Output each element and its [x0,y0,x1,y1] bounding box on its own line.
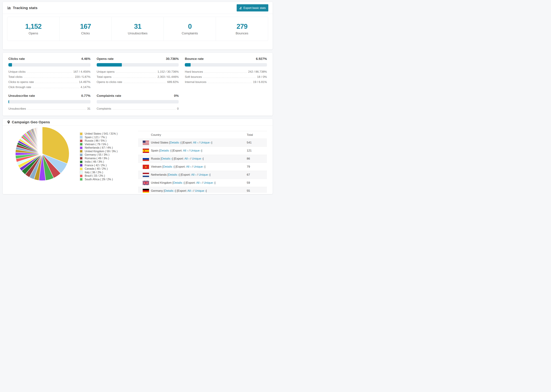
export-all-link[interactable]: All › [196,181,201,184]
legend-label: Vietnam ( 79 / 5% ) [85,143,108,146]
export-unique-link[interactable]: Unique › [195,189,206,192]
rate-metric-value: 1,152 / 30.736% [158,70,179,73]
legend-swatch [80,150,83,153]
rate-value: 6.927% [256,57,267,61]
export-unique-link[interactable]: Unique › [200,141,211,144]
legend-item: South Africa ( 29 / 2% ) [80,178,131,181]
country-total: 67 [247,173,267,176]
country-total: 79 [247,165,267,168]
tracking-stats-title: Tracking stats [13,6,37,10]
summary-stat-box: 1,152 Opens [7,17,60,41]
geo-table-header: Country Total [138,131,267,139]
rate-section: Opens rate 30.736% Unique opens 1,152 / … [97,57,179,89]
rate-progress-bar [97,63,179,67]
rate-title: Opens rate [97,57,114,61]
country-cell: Germany [Details ›] [Export: All › / Uni… [151,189,247,193]
country-cell: Spain [Details ›] [Export: All › / Uniqu… [151,149,247,152]
legend-item: Brazil ( 33 / 2% ) [80,174,131,178]
export-all-link[interactable]: All › [186,165,191,168]
country-flag-icon [143,173,149,177]
rate-section: Complaints rate 0% Complaints 0 [97,94,179,110]
export-all-link[interactable]: All › [188,189,192,192]
legend-label: Canada ( 40 / 2% ) [85,167,108,170]
rate-metric-label: Total clicks [8,75,22,78]
rate-section: Bounce rate 6.927% Hard bounces 242 / 86… [185,57,267,89]
details-link[interactable]: Details › [160,149,171,152]
dotted-leader [204,72,247,73]
total-column-header: Total [247,133,267,137]
legend-swatch [80,178,83,181]
export-basic-stats-button[interactable]: Export basic stats [237,4,268,11]
legend-swatch [80,171,83,174]
legend-swatch [80,154,83,156]
summary-stat-value: 167 [80,23,91,30]
details-link[interactable]: Details › [170,141,181,144]
rate-metric-value: 689.82% [167,80,179,84]
rate-metric-row: Total clicks 220 / 5.87% [8,75,91,78]
legend-swatch [80,140,83,142]
rate-metric-label: Unique opens [97,70,115,73]
legend-label: United States ( 541 / 31% ) [85,132,118,135]
rate-metric-label: Opens to clicks rate [97,80,122,84]
summary-stat-value: 31 [134,23,141,30]
rate-metric-row: Unsubscribes 31 [8,107,91,110]
rate-title: Clicks rate [8,57,25,61]
rate-metric-label: Internal bounces [185,80,206,84]
export-all-link[interactable]: All › [191,173,196,176]
rate-metric-row: Opens to clicks rate 689.82% [97,80,179,84]
rates-card: Clicks rate 4.46% Unique clicks 167 / 4.… [3,53,273,116]
country-name: Netherlands [151,173,167,176]
details-link[interactable]: Details › [173,181,184,184]
export-icon [239,7,242,9]
country-cell: Russia [Details ›] [Export: All › / Uniq… [151,157,247,161]
details-link[interactable]: Details › [164,189,175,192]
export-unique-link[interactable]: Unique › [204,181,215,184]
legend-swatch [80,143,83,146]
map-pin-icon [7,120,10,124]
geo-table-row: Germany [Details ›] [Export: All › / Uni… [138,187,267,193]
rate-progress-fill [8,100,9,104]
summary-stat-box: 31 Unsubscribes [112,17,164,41]
details-link[interactable]: Details › [168,173,179,176]
export-all-link[interactable]: All › [184,157,190,160]
rate-metric-row: Clicks to opens rate 14.497% [8,80,91,84]
country-name: Germany [151,189,163,192]
rate-metric-value: 167 / 4.456% [73,70,90,73]
legend-swatch [80,168,83,170]
summary-stat-value: 279 [236,23,247,30]
dotted-leader [113,109,176,110]
rate-value: 4.46% [81,57,91,61]
legend-swatch [80,147,83,149]
dotted-leader [123,83,166,83]
summary-stat-label: Unsubscribes [128,31,148,35]
rate-metric-label: Click through rate [8,85,31,89]
legend-item: Germany ( 55 / 3% ) [80,153,131,157]
rate-metric-value: 2,303 / 61.446% [158,75,179,78]
summary-stat-box: 279 Bounces [216,17,268,41]
tracking-stats-header: Tracking stats Export basic stats [3,2,273,14]
export-unique-link[interactable]: Unique › [194,165,205,168]
export-unique-link[interactable]: Unique › [191,149,201,152]
details-link[interactable]: Details › [161,157,172,160]
export-all-link[interactable]: All › [183,149,188,152]
country-name: Spain [151,149,158,152]
geo-table-row: ★ Vietnam [Details ›] [Export: All › / U… [138,163,267,171]
geo-opens-header: Campaign Geo Opens [3,119,273,126]
rate-metric-label: Total opens [97,75,112,78]
details-link[interactable]: Details › [163,165,174,168]
country-total: 55 [247,189,267,193]
rate-progress-bar [97,100,179,104]
rate-title: Bounce rate [185,57,204,61]
export-unique-link[interactable]: Unique › [192,157,203,160]
export-unique-link[interactable]: Unique › [199,173,210,176]
rate-metric-value: 19 / 6.81% [253,80,267,84]
legend-label: South Africa ( 29 / 2% ) [85,178,113,181]
summary-stat-label: Clicks [81,31,90,35]
export-all-link[interactable]: All › [193,141,198,144]
rate-metric-row: Hard bounces 242 / 86.738% [185,70,267,73]
summary-stat-box: 167 Clicks [59,17,112,41]
geo-pie-legend: United States ( 541 / 31% ) Spain ( 121 … [80,126,131,181]
rate-progress-fill [8,63,12,67]
legend-swatch [80,133,83,135]
legend-label: Italy ( 36 / 2% ) [85,171,103,174]
